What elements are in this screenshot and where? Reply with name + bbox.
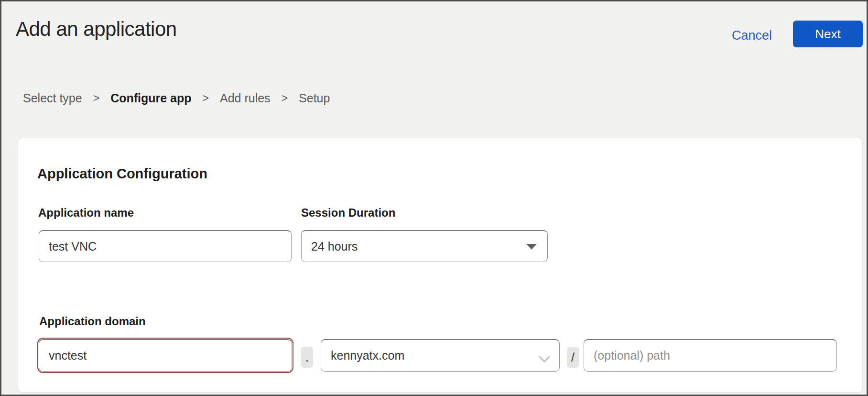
- add-application-page: Add an application Cancel Next Select ty…: [0, 0, 868, 396]
- breadcrumb-step-select-type[interactable]: Select type: [23, 91, 82, 105]
- path-input[interactable]: [584, 339, 837, 372]
- breadcrumb-separator: >: [282, 92, 288, 105]
- subdomain-input[interactable]: [39, 339, 292, 372]
- caret-down-icon: [526, 244, 537, 250]
- session-duration-select[interactable]: 24 hours: [301, 230, 548, 262]
- application-name-input[interactable]: [39, 230, 292, 262]
- breadcrumb-step-add-rules[interactable]: Add rules: [220, 91, 271, 105]
- breadcrumb-step-setup[interactable]: Setup: [299, 91, 330, 105]
- slash-separator: /: [567, 347, 579, 368]
- dot-separator: .: [301, 347, 313, 368]
- next-button[interactable]: Next: [793, 21, 863, 47]
- session-duration-value: 24 hours: [311, 240, 358, 253]
- breadcrumb-step-configure-app[interactable]: Configure app: [110, 91, 191, 105]
- section-title: Application Configuration: [37, 166, 207, 182]
- application-domain-label: Application domain: [39, 315, 146, 328]
- cancel-button[interactable]: Cancel: [732, 28, 772, 43]
- breadcrumb-separator: >: [203, 92, 209, 105]
- chevron-down-icon: [538, 352, 551, 366]
- page-title: Add an application: [16, 18, 177, 41]
- breadcrumb-separator: >: [93, 92, 99, 105]
- domain-select[interactable]: kennyatx.com: [321, 339, 560, 372]
- domain-select-value: kennyatx.com: [331, 349, 404, 363]
- application-name-label: Application name: [38, 206, 134, 220]
- breadcrumb: Select type > Configure app > Add rules …: [23, 91, 330, 105]
- session-duration-label: Session Duration: [301, 206, 395, 220]
